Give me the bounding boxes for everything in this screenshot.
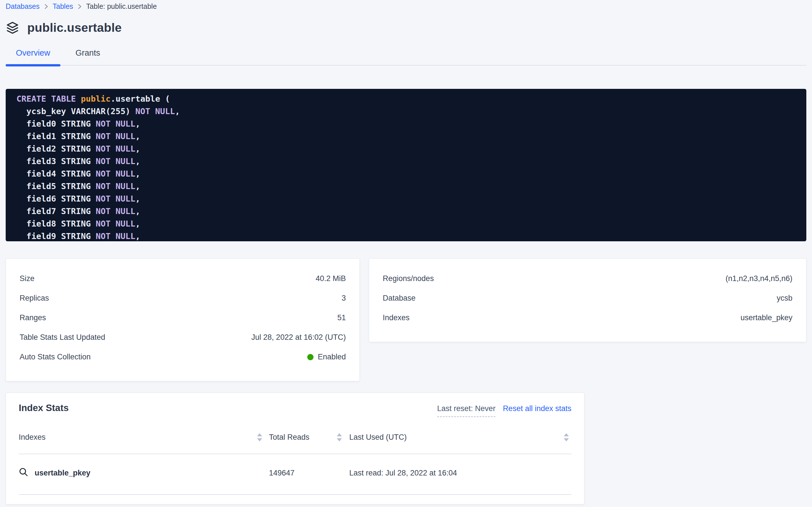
layers-stack-icon <box>6 21 19 35</box>
create-table-sql-block: CREATE TABLE public.usertable ( ycsb_key… <box>6 89 806 241</box>
sql-line: CREATE TABLE public.usertable ( <box>16 93 806 105</box>
detail-label: Replicas <box>19 294 49 302</box>
page-header: public.usertable <box>6 21 806 35</box>
detail-label: Table Stats Last Updated <box>19 333 105 342</box>
index-table-body: usertable_pkey149647Last read: Jul 28, 2… <box>19 454 571 495</box>
detail-row: Replicas3 <box>19 288 346 308</box>
last-used-cell: Last read: Jul 28, 2022 at 16:04 <box>349 469 561 477</box>
detail-label: Auto Stats Collection <box>19 352 91 361</box>
detail-value: ycsb <box>776 294 793 302</box>
detail-value: Enabled <box>307 352 346 361</box>
detail-label: Indexes <box>383 314 410 322</box>
sql-line: field4 STRING NOT NULL, <box>16 167 806 180</box>
tab-grants-label: Grants <box>75 48 100 57</box>
tab-overview[interactable]: Overview <box>6 48 60 65</box>
details-section: Size40.2 MiBReplicas3Ranges51Table Stats… <box>6 258 806 381</box>
index-stats-card: Index Stats Last reset: Never Reset all … <box>6 393 584 504</box>
column-header-last-used[interactable]: Last Used (UTC) <box>349 433 561 442</box>
breadcrumb-link-tables[interactable]: Tables <box>53 2 73 10</box>
sort-icon[interactable] <box>250 433 269 441</box>
sql-line: field5 STRING NOT NULL, <box>16 180 806 192</box>
detail-value: (n1,n2,n3,n4,n5,n6) <box>726 274 793 283</box>
index-table-header: Indexes Total Reads Last Used (UTC) <box>19 433 571 454</box>
status-enabled-dot <box>307 354 314 360</box>
sql-line: ycsb_key VARCHAR(255) NOT NULL, <box>16 105 806 117</box>
magnifier-icon <box>19 467 28 479</box>
page-title: public.usertable <box>27 21 122 35</box>
index-name-cell[interactable]: usertable_pkey <box>19 467 250 479</box>
tab-bar: Overview Grants <box>6 48 806 66</box>
detail-value: usertable_pkey <box>741 314 793 322</box>
sql-line: field2 STRING NOT NULL, <box>16 143 806 155</box>
detail-row: Table Stats Last UpdatedJul 28, 2022 at … <box>19 328 346 347</box>
detail-value: 51 <box>337 314 346 322</box>
last-reset-label: Last reset: Never <box>437 404 496 417</box>
detail-value: 40.2 MiB <box>315 274 346 283</box>
detail-row: Indexesusertable_pkey <box>383 308 793 328</box>
detail-label: Size <box>19 274 35 283</box>
detail-label: Ranges <box>19 314 46 322</box>
detail-label: Regions/nodes <box>383 274 434 283</box>
detail-row: Databaseycsb <box>383 288 793 308</box>
breadcrumb-current: Table: public.usertable <box>86 2 157 10</box>
table-details-page: Databases Tables Table: public.usertable… <box>0 0 812 504</box>
sql-line: field8 STRING NOT NULL, <box>16 217 806 230</box>
index-stats-title: Index Stats <box>19 402 69 413</box>
sql-line: field3 STRING NOT NULL, <box>16 155 806 167</box>
breadcrumb-link-databases[interactable]: Databases <box>6 2 40 10</box>
tab-grants[interactable]: Grants <box>60 48 115 65</box>
index-table-row[interactable]: usertable_pkey149647Last read: Jul 28, 2… <box>19 454 571 495</box>
sql-line: field6 STRING NOT NULL, <box>16 192 806 205</box>
total-reads-cell: 149647 <box>269 469 329 477</box>
detail-row: Regions/nodes(n1,n2,n3,n4,n5,n6) <box>383 269 793 288</box>
table-meta-card: Regions/nodes(n1,n2,n3,n4,n5,n6)Database… <box>369 258 806 342</box>
sort-icon[interactable] <box>329 433 349 441</box>
sort-icon[interactable] <box>561 433 571 441</box>
sql-line: field9 STRING NOT NULL, <box>16 230 806 241</box>
detail-row: Size40.2 MiB <box>19 269 346 288</box>
tab-overview-label: Overview <box>16 48 50 57</box>
column-header-total-reads[interactable]: Total Reads <box>269 433 329 442</box>
detail-value: 3 <box>341 294 346 302</box>
detail-value: Jul 28, 2022 at 16:02 (UTC) <box>251 333 346 342</box>
breadcrumb: Databases Tables Table: public.usertable <box>6 0 806 10</box>
detail-row: Auto Stats CollectionEnabled <box>19 347 346 367</box>
chevron-right-icon <box>44 3 48 10</box>
table-stats-card: Size40.2 MiBReplicas3Ranges51Table Stats… <box>6 258 360 381</box>
index-stats-header: Index Stats Last reset: Never Reset all … <box>19 402 571 417</box>
sql-line: field1 STRING NOT NULL, <box>16 130 806 143</box>
sql-line: field0 STRING NOT NULL, <box>16 117 806 130</box>
chevron-right-icon <box>78 3 82 10</box>
detail-row: Ranges51 <box>19 308 346 328</box>
detail-label: Database <box>383 294 416 302</box>
sql-line: field7 STRING NOT NULL, <box>16 205 806 217</box>
column-header-indexes[interactable]: Indexes <box>19 433 250 442</box>
active-tab-indicator <box>6 64 60 66</box>
reset-all-index-stats-link[interactable]: Reset all index stats <box>503 404 571 413</box>
